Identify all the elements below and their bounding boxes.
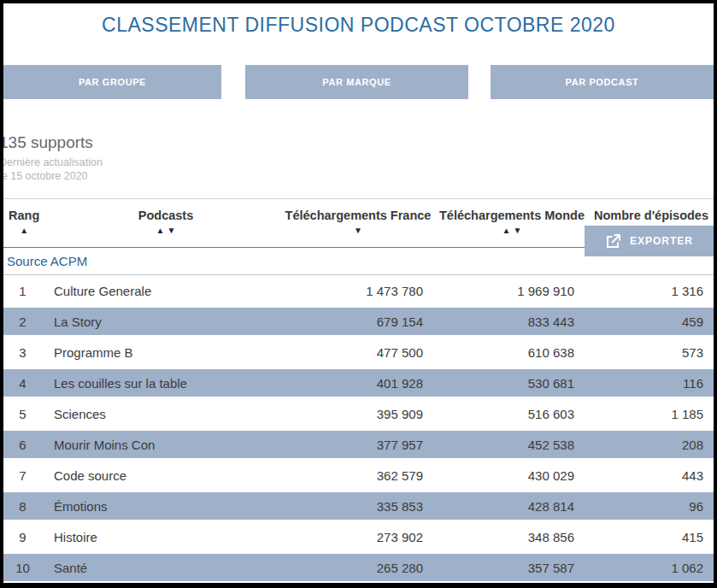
cell-downloads-france: 335 853 [281,499,435,514]
table-row: 1 Culture Generale 1 473 780 1 969 910 1… [3,275,714,306]
column-label: Podcasts [138,209,193,222]
column-header-telechargements-france[interactable]: Téléchargements France ▼ [281,209,435,247]
cell-podcast-name: Code source [50,468,281,483]
page: CLASSEMENT DIFFUSION PODCAST OCTOBRE 202… [0,0,717,588]
table-row: 6 Mourir Moins Con 377 957 452 538 208 [3,429,714,460]
cell-podcast-name: Programme B [50,345,281,360]
cell-rank: 1 [3,284,50,298]
table-row: 2 La Story 679 154 833 443 459 [3,306,714,337]
table-row: 8 Émotions 335 853 428 814 96 [3,491,714,521]
cell-podcast-name: Histoire [50,530,281,544]
cell-podcast-name: Mourir Moins Con [50,438,281,452]
cell-downloads-france: 477 500 [281,345,435,360]
table-row: 7 Code source 362 579 430 029 443 [3,460,714,491]
cell-podcast-name: Culture Generale [50,284,281,298]
cell-downloads-monde: 348 856 [435,530,589,544]
cell-downloads-france: 679 154 [281,315,435,329]
column-label: Téléchargements France [285,209,432,222]
cell-downloads-france: 401 928 [281,376,435,391]
cell-downloads-france: 377 957 [281,438,435,452]
cell-episodes: 116 [589,376,714,391]
sort-asc-icon[interactable]: ▲ [156,226,165,235]
cell-episodes: 459 [589,315,714,329]
cell-rank: 10 [3,561,50,575]
cell-downloads-monde: 1 969 910 [435,284,589,298]
cell-rank: 6 [3,438,50,452]
tab-bar: PAR GROUPE PAR MARQUE PAR PODCAST [3,65,714,99]
cell-episodes: 1 316 [589,284,714,298]
cell-episodes: 415 [589,530,714,544]
export-icon [605,232,622,250]
table-body: 1 Culture Generale 1 473 780 1 969 910 1… [3,275,714,583]
cell-podcast-name: Santé [50,561,281,575]
column-header-telechargements-monde[interactable]: Téléchargements Monde ▲ ▼ [435,209,589,247]
cell-rank: 3 [3,345,50,360]
column-header-podcasts[interactable]: Podcasts ▲ ▼ [50,209,281,247]
tab-par-marque[interactable]: PAR MARQUE [245,65,468,99]
cell-podcast-name: Les couilles sur la table [50,376,281,391]
cell-rank: 8 [3,499,50,514]
sort-desc-icon[interactable]: ▼ [167,226,175,235]
column-label: Rang [9,209,39,222]
cell-downloads-france: 395 909 [281,407,435,421]
column-label: Nombre d'épisodes [594,209,708,222]
cell-episodes: 1 062 [589,561,714,575]
last-update-line2: le 15 octobre 2020 [0,169,714,183]
last-update-text: Dernière actualisation le 15 octobre 202… [0,156,714,183]
page-title: CLASSEMENT DIFFUSION PODCAST OCTOBRE 202… [3,14,714,65]
sort-desc-icon[interactable]: ▼ [513,226,521,235]
cell-downloads-monde: 516 603 [435,407,589,421]
column-label: Téléchargements Monde [439,209,585,222]
cell-rank: 5 [3,407,50,421]
table-row: 5 Sciences 395 909 516 603 1 185 [3,398,714,429]
cell-downloads-monde: 452 538 [435,438,589,452]
sort-asc-icon[interactable]: ▲ [502,226,511,235]
table-row: 3 Programme B 477 500 610 638 573 [3,337,714,368]
info-band: 135 supports Dernière actualisation le 1… [3,99,714,199]
cell-podcast-name: La Story [50,315,281,329]
cell-downloads-monde: 428 814 [435,499,589,514]
cell-rank: 7 [3,468,50,483]
cell-downloads-monde: 833 443 [435,315,589,329]
cell-episodes: 443 [589,468,714,483]
cell-podcast-name: Sciences [50,407,281,421]
table-row: 9 Histoire 273 902 348 856 415 [3,521,714,552]
export-button[interactable]: EXPORTER [585,226,714,256]
cell-rank: 4 [3,376,50,391]
cell-rank: 9 [3,530,50,544]
sort-asc-icon[interactable]: ▲ [20,226,28,235]
table-row: 10 Santé 265 280 357 587 1 062 [3,552,714,583]
cell-downloads-france: 273 902 [281,530,435,544]
cell-episodes: 208 [589,438,714,452]
cell-episodes: 1 185 [589,407,714,421]
cell-downloads-monde: 610 638 [435,345,589,360]
supports-count: 135 supports [0,133,714,152]
export-label: EXPORTER [630,235,693,247]
tab-par-podcast[interactable]: PAR PODCAST [491,65,714,99]
cell-rank: 2 [3,315,50,329]
cell-downloads-france: 265 280 [281,561,435,575]
last-update-line1: Dernière actualisation [0,156,714,169]
cell-podcast-name: Émotions [50,499,281,514]
sort-desc-icon[interactable]: ▼ [354,226,362,235]
cell-episodes: 573 [589,345,714,360]
column-header-rang[interactable]: Rang ▲ [3,209,50,247]
supports-block: 135 supports Dernière actualisation le 1… [0,99,714,183]
cell-downloads-france: 1 473 780 [281,284,435,298]
cell-downloads-monde: 530 681 [435,376,589,391]
tab-par-groupe[interactable]: PAR GROUPE [3,65,221,99]
cell-downloads-monde: 430 029 [435,468,589,483]
table-row: 4 Les couilles sur la table 401 928 530 … [3,368,714,398]
cell-downloads-monde: 357 587 [435,561,589,575]
cell-downloads-france: 362 579 [281,468,435,483]
cell-episodes: 96 [589,499,714,514]
